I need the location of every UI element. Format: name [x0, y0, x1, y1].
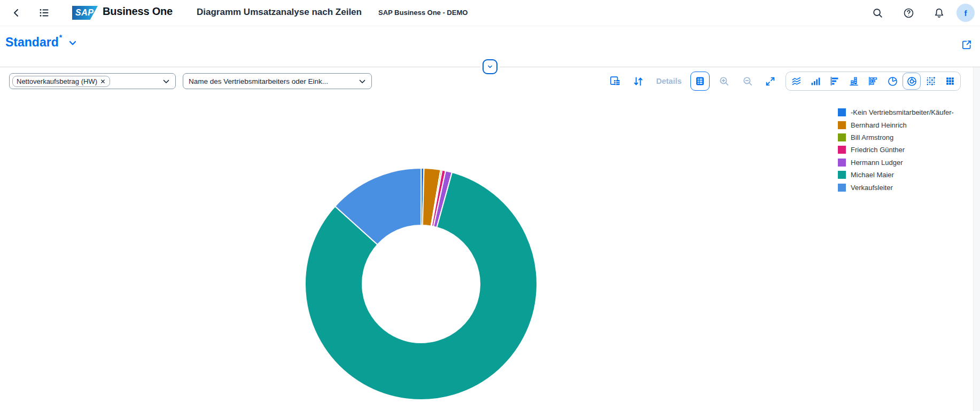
measure-token[interactable]: Nettoverkaufsbetrag (HW) [12, 76, 110, 87]
stacked-column-chart-icon [849, 76, 859, 86]
menu-list-button[interactable] [38, 7, 50, 19]
share-icon [961, 39, 973, 51]
table-view-button[interactable] [609, 75, 621, 87]
dimension-value: Name des Vertriebsmitarbeiters oder Eink… [189, 77, 328, 85]
dimension-dropdown[interactable]: Name des Vertriebsmitarbeiters oder Eink… [183, 73, 372, 89]
legend-label: -Kein Vertriebsmitarbeiter/Käufer- [851, 108, 954, 116]
close-icon [100, 78, 106, 84]
search-button[interactable] [872, 7, 883, 19]
avatar-initial: f [965, 9, 967, 18]
legend-swatch [838, 108, 846, 116]
notifications-button[interactable] [933, 7, 945, 19]
legend-swatch [838, 159, 846, 167]
chart-type-column[interactable] [806, 72, 825, 90]
sap-logo-text: SAP [75, 8, 94, 17]
list-icon [39, 7, 50, 18]
legend-swatch [838, 133, 846, 141]
view-name: Standard [5, 34, 59, 50]
legend-swatch [838, 121, 846, 129]
legend-label: Hermann Ludger [851, 159, 903, 167]
zoom-in-icon [719, 76, 730, 87]
donut-chart-icon [906, 76, 917, 87]
chart-type-pie[interactable] [883, 72, 902, 90]
legend-label: Bill Armstrong [851, 133, 893, 141]
chart-type-table[interactable] [940, 72, 960, 90]
collapse-panel-button[interactable] [483, 59, 497, 74]
search-icon [872, 7, 883, 19]
chevron-down-icon [358, 77, 367, 86]
back-chevron-icon [12, 8, 21, 18]
chart-legend: -Kein Vertriebsmitarbeiter/Käufer-Bernha… [838, 106, 954, 194]
zoom-out-button[interactable] [742, 75, 753, 87]
legend-toggle-icon [695, 76, 705, 86]
legend-swatch [838, 171, 846, 179]
chevron-down-icon [487, 63, 493, 70]
user-avatar[interactable]: f [956, 4, 975, 22]
legend-toggle-button[interactable] [690, 72, 710, 91]
legend-label: Friedrich Günther [851, 146, 905, 154]
app-window: SAP Business One Diagramm Umsatzanalyse … [0, 0, 980, 411]
fullscreen-icon [765, 76, 776, 87]
back-button[interactable] [11, 7, 22, 19]
legend-item[interactable]: -Kein Vertriebsmitarbeiter/Käufer- [838, 106, 954, 118]
line-chart-icon [791, 76, 802, 86]
sap-logo: SAP [72, 6, 98, 20]
legend-item[interactable]: Friedrich Günther [838, 144, 954, 156]
legend-item[interactable]: Bill Armstrong [838, 131, 954, 144]
view-selector[interactable]: Standard * [5, 34, 77, 50]
legend-item[interactable]: Bernhard Heinrich [838, 118, 954, 131]
bell-icon [934, 7, 945, 19]
page-title: Diagramm Umsatzanalyse nach Zeilen [197, 7, 362, 18]
legend-swatch [838, 146, 846, 154]
column-chart-icon [810, 76, 821, 86]
zoom-in-button[interactable] [718, 75, 730, 87]
chart-type-heatmap[interactable] [921, 72, 940, 90]
chart-type-switcher [785, 72, 961, 91]
chart-type-bar[interactable] [825, 72, 844, 90]
legend-item[interactable]: Michael Maier [838, 169, 954, 181]
chevron-down-icon [162, 77, 170, 86]
legend-label: Michael Maier [851, 171, 894, 179]
table-view-icon [609, 75, 621, 87]
share-button[interactable] [960, 38, 973, 51]
chart-type-donut[interactable] [902, 72, 921, 90]
pie-chart-icon [887, 76, 898, 87]
token-remove-button[interactable] [100, 78, 106, 84]
chart-type-stacked-column[interactable] [844, 72, 864, 90]
chart-type-stacked-bar[interactable] [864, 72, 883, 90]
legend-label: Bernhard Heinrich [851, 121, 907, 129]
bar-chart-icon [829, 76, 840, 86]
vertical-scrollbar[interactable] [973, 67, 980, 411]
help-icon [903, 7, 914, 19]
zoom-out-icon [742, 76, 753, 87]
details-button[interactable]: Details [656, 77, 682, 85]
unsaved-marker: * [59, 33, 62, 42]
sort-icon [633, 76, 644, 87]
legend-item[interactable]: Verkaufsleiter [838, 181, 954, 193]
donut-chart [304, 167, 539, 401]
chart-type-line[interactable] [787, 72, 806, 90]
sort-button[interactable] [632, 75, 644, 87]
heatmap-icon [925, 76, 936, 86]
stacked-bar-chart-icon [868, 76, 878, 86]
brand-text: Business One [103, 5, 173, 18]
top-bar: SAP Business One Diagramm Umsatzanalyse … [0, 0, 980, 26]
legend-label: Verkaufsleiter [851, 184, 893, 192]
help-button[interactable] [903, 7, 914, 19]
table-icon [945, 76, 955, 86]
system-label: SAP Business One - DEMO [378, 9, 468, 17]
chevron-down-icon [68, 39, 77, 48]
measure-dropdown[interactable]: Nettoverkaufsbetrag (HW) [9, 73, 176, 89]
fullscreen-button[interactable] [764, 75, 776, 87]
measure-token-label: Nettoverkaufsbetrag (HW) [17, 77, 97, 85]
legend-swatch [838, 184, 846, 192]
legend-item[interactable]: Hermann Ludger [838, 156, 954, 169]
